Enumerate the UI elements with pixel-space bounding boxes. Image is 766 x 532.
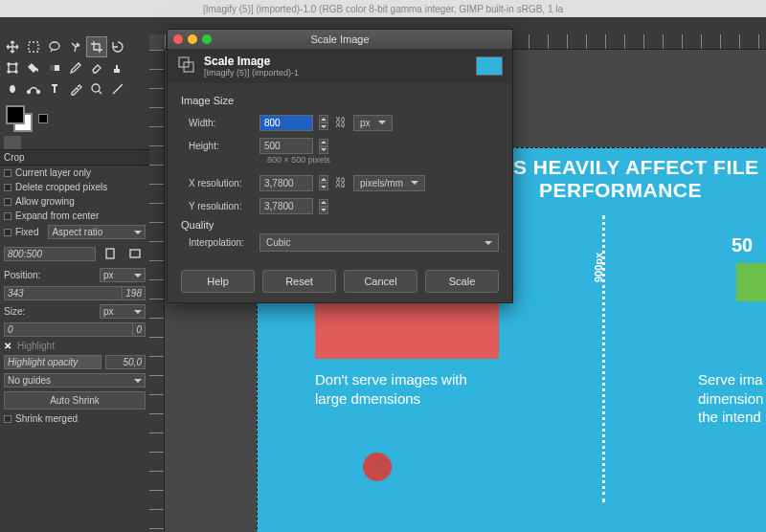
res-chain-icon[interactable]: ⛓ <box>334 169 348 196</box>
pos-values[interactable]: 343198 <box>4 286 146 300</box>
dialog-title: Scale Image <box>168 33 512 45</box>
landscape-icon[interactable] <box>124 243 146 264</box>
size-unit-drop[interactable]: px <box>353 115 393 131</box>
path-tool-icon[interactable] <box>23 78 44 100</box>
guides-drop[interactable]: No guides <box>4 373 146 388</box>
measure-tool-icon[interactable] <box>107 78 128 100</box>
rect-select-tool-icon[interactable] <box>23 36 44 57</box>
highlight-row[interactable]: ✕Highlight <box>0 339 149 353</box>
height-input[interactable]: 500 <box>259 138 313 154</box>
svg-point-13 <box>92 84 100 92</box>
caption-2: Serve imadimensionthe intend <box>698 370 763 427</box>
fixed-check[interactable] <box>4 229 11 236</box>
yres-stepper[interactable] <box>319 199 328 214</box>
xres-label: X resolution: <box>181 178 254 188</box>
px-label: 900px <box>593 253 604 282</box>
aspect-value[interactable]: 800:500 <box>4 247 96 261</box>
toolbox-panel: Crop Current layer only Delete cropped p… <box>0 34 149 532</box>
chain-icon[interactable]: ⛓ <box>334 109 348 136</box>
xres-input[interactable]: 3,7800 <box>259 175 313 191</box>
auto-shrink-button[interactable]: Auto Shrink <box>4 391 146 410</box>
gradient-tool-icon[interactable] <box>44 57 65 78</box>
green-box <box>736 263 766 301</box>
scale-button[interactable]: Scale <box>425 270 499 293</box>
interp-drop[interactable]: Cubic <box>259 233 499 252</box>
option-tabs[interactable] <box>0 136 149 149</box>
fixed-label: Fixed <box>15 227 38 237</box>
svg-rect-10 <box>116 65 118 69</box>
x-badge-icon: ✕ <box>363 453 392 481</box>
yres-input[interactable]: 3,7800 <box>259 198 313 214</box>
size-values[interactable]: 00 <box>4 322 146 337</box>
pixel-note: 800 × 500 pixels <box>181 155 499 165</box>
svg-point-11 <box>28 91 31 94</box>
caption-1: Don't serve images withlarge dmensions <box>315 370 467 408</box>
transform-tool-icon[interactable] <box>2 57 23 78</box>
text-tool-icon[interactable] <box>44 78 65 100</box>
size-label: Size: <box>4 306 25 317</box>
number-500: 50 <box>732 234 753 256</box>
zoom-tool-icon[interactable] <box>86 78 107 100</box>
highlight-value[interactable]: 50,0 <box>105 355 146 369</box>
tool-grid <box>0 34 149 101</box>
height-label: Height: <box>181 141 254 151</box>
rotate-tool-icon[interactable] <box>107 36 128 57</box>
dialog-titlebar[interactable]: Scale Image <box>168 30 512 49</box>
opt-current-layer[interactable]: Current layer only <box>0 166 149 180</box>
svg-point-5 <box>8 71 10 73</box>
opt-delete-cropped[interactable]: Delete cropped pixels <box>0 180 149 194</box>
bucket-tool-icon[interactable] <box>23 57 44 78</box>
swap-icon[interactable] <box>38 114 48 123</box>
color-swatches[interactable] <box>0 101 149 136</box>
svg-rect-0 <box>29 42 38 52</box>
clone-tool-icon[interactable] <box>107 57 128 78</box>
opt-allow-grow[interactable]: Allow growing <box>0 194 149 209</box>
highlight-close-icon[interactable]: ✕ <box>4 341 11 351</box>
tool-options-header: Crop <box>0 149 149 166</box>
quality-label: Quality <box>181 215 499 233</box>
fixed-drop[interactable]: Aspect ratio <box>48 225 146 239</box>
dialog-header: Scale Image[Imagify (5)] (imported)-1 <box>168 49 512 83</box>
svg-rect-14 <box>106 249 114 258</box>
scale-image-dialog: Scale Image Scale Image[Imagify (5)] (im… <box>167 29 513 303</box>
highlight-opacity[interactable]: Highlight opacity <box>4 355 101 369</box>
vertical-ruler[interactable] <box>149 50 165 532</box>
svg-rect-15 <box>130 250 140 257</box>
smudge-tool-icon[interactable] <box>2 78 23 100</box>
shrink-merged[interactable]: Shrink merged <box>0 411 149 426</box>
pos-unit[interactable]: px <box>100 268 146 282</box>
reset-button[interactable]: Reset <box>262 270 336 293</box>
svg-point-6 <box>15 71 17 73</box>
fuzzy-select-tool-icon[interactable] <box>65 36 86 57</box>
svg-point-12 <box>37 91 40 94</box>
xres-stepper[interactable] <box>319 175 328 190</box>
eraser-tool-icon[interactable] <box>86 57 107 78</box>
svg-rect-2 <box>9 64 16 72</box>
crop-tool-icon[interactable] <box>86 36 107 57</box>
width-stepper[interactable] <box>319 115 328 130</box>
portrait-icon[interactable] <box>100 243 121 264</box>
svg-point-4 <box>15 63 17 65</box>
size-unit[interactable]: px <box>100 304 146 319</box>
interp-label: Interpolation: <box>181 237 254 248</box>
width-label: Width: <box>181 118 254 128</box>
svg-point-1 <box>50 42 59 50</box>
help-button[interactable]: Help <box>181 270 255 293</box>
opt-expand-center[interactable]: Expand from center <box>0 209 149 223</box>
svg-rect-8 <box>50 65 55 71</box>
move-tool-icon[interactable] <box>2 36 23 57</box>
fg-swatch[interactable] <box>6 105 25 124</box>
lasso-tool-icon[interactable] <box>44 36 65 57</box>
width-input[interactable]: 800 <box>259 115 313 131</box>
image-size-label: Image Size <box>181 91 499 108</box>
svg-point-3 <box>8 63 10 65</box>
scale-icon <box>177 55 196 77</box>
svg-rect-9 <box>114 69 120 73</box>
cancel-button[interactable]: Cancel <box>344 270 417 293</box>
yres-label: Y resolution: <box>181 201 254 211</box>
height-stepper[interactable] <box>319 139 328 154</box>
res-unit-drop[interactable]: pixels/mm <box>353 175 425 191</box>
picker-tool-icon[interactable] <box>65 78 86 100</box>
pencil-tool-icon[interactable] <box>65 57 86 78</box>
main-titlebar: [Imagify (5)] (imported)-1.0 (RGB color … <box>0 0 766 17</box>
